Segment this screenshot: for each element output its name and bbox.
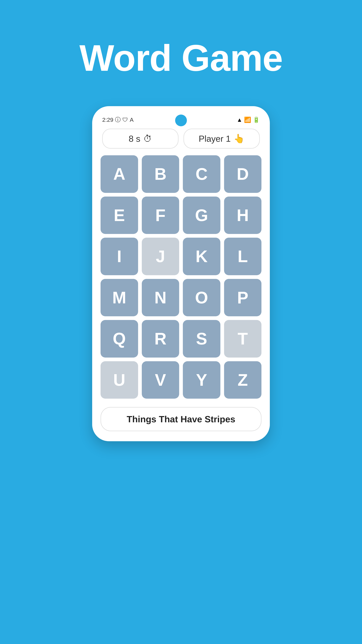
letter-btn-q[interactable]: Q [100,320,138,358]
a-icon: A [130,116,134,123]
letter-btn-o[interactable]: O [183,279,220,316]
letter-btn-n[interactable]: N [142,279,179,316]
player-icon: 👆 [234,134,245,144]
letter-btn-v[interactable]: V [142,361,179,399]
timer-box: 8 s ⏱ [102,129,178,148]
alarm-icon: ⓘ [115,116,121,124]
letter-btn-t[interactable]: T [224,320,262,358]
battery-icon: 🔋 [253,116,260,123]
letter-btn-u[interactable]: U [100,361,138,399]
shield-icon: 🛡 [122,116,128,123]
category-text-box: Things That Have Stripes [100,407,261,431]
letter-btn-r[interactable]: R [142,320,179,358]
letter-btn-s[interactable]: S [183,320,220,358]
letter-btn-i[interactable]: I [100,238,138,275]
player-box: Player 1 👆 [184,129,260,148]
app-title: Word Game [79,37,283,79]
phone-frame: 2:29 ⓘ 🛡 A ▲ 📶 🔋 8 s ⏱ Player 1 👆 ABCDEF… [92,106,270,441]
category-bar: Things That Have Stripes [92,402,270,441]
letter-btn-b[interactable]: B [142,155,179,193]
timer-icon: ⏱ [143,134,152,144]
letter-btn-c[interactable]: C [183,155,220,193]
wifi-icon: ▲ [237,116,242,123]
status-bar: 2:29 ⓘ 🛡 A ▲ 📶 🔋 [92,113,270,124]
letter-btn-p[interactable]: P [224,279,262,316]
letter-btn-h[interactable]: H [224,196,262,234]
letter-btn-y[interactable]: Y [183,361,220,399]
notch-dot [175,114,187,126]
player-label: Player 1 [199,134,231,144]
timer-label: 8 s [129,134,140,144]
letter-btn-z[interactable]: Z [224,361,262,399]
letter-btn-d[interactable]: D [224,155,262,193]
status-bar-right: ▲ 📶 🔋 [237,116,260,123]
letter-btn-j[interactable]: J [142,238,179,275]
letter-btn-l[interactable]: L [224,238,262,275]
letter-btn-g[interactable]: G [183,196,220,234]
status-left: 2:29 ⓘ 🛡 A [102,116,134,124]
signal-icon: 📶 [244,116,251,123]
notch-center [175,113,187,126]
time-display: 2:29 [102,116,113,123]
timer-player-row: 8 s ⏱ Player 1 👆 [92,124,270,152]
letter-btn-m[interactable]: M [100,279,138,316]
letters-grid: ABCDEFGHIJKLMNOPQRSTUVYZ [92,152,270,402]
letter-btn-k[interactable]: K [183,238,220,275]
letter-btn-a[interactable]: A [100,155,138,193]
letter-btn-e[interactable]: E [100,196,138,234]
letter-btn-f[interactable]: F [142,196,179,234]
